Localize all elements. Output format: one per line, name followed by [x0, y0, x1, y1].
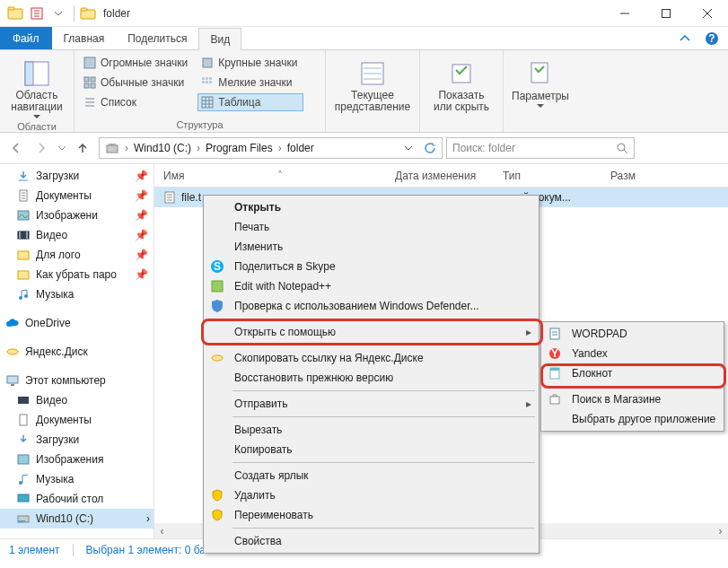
sidebar-item-downloads[interactable]: Загрузки📌	[0, 166, 153, 186]
pin-icon: 📌	[135, 229, 148, 241]
openwith-wordpad[interactable]: WORDPAD	[543, 324, 722, 344]
qat-properties-icon[interactable]	[27, 4, 47, 23]
tab-file[interactable]: Файл	[0, 27, 52, 49]
pin-icon: 📌	[135, 268, 148, 281]
tab-view[interactable]: Вид	[198, 28, 241, 50]
breadcrumb[interactable]: Wind10 (C:)	[130, 142, 195, 154]
svg-rect-46	[18, 520, 25, 522]
options-button[interactable]: Параметры	[509, 54, 572, 109]
svg-rect-5	[662, 9, 671, 17]
tab-share[interactable]: Поделиться	[116, 27, 198, 49]
openwith-notepad[interactable]: Блокнот	[543, 363, 722, 383]
pin-icon: 📌	[135, 189, 148, 202]
svg-rect-13	[91, 77, 95, 82]
openwith-choose[interactable]: Выбрать другое приложение	[543, 409, 722, 429]
ctx-defender[interactable]: Проверка с использованием Windows Defend…	[206, 296, 537, 316]
ctx-open[interactable]: Открыть	[206, 197, 537, 217]
addr-dropdown-icon[interactable]	[399, 138, 418, 158]
back-button[interactable]	[4, 136, 29, 160]
help-icon[interactable]: ?	[696, 27, 728, 49]
sidebar-item-documents[interactable]: Документы📌	[0, 186, 153, 205]
notepadpp-icon	[209, 278, 225, 294]
column-headers[interactable]: Имя˄ Дата изменения Тип Разм	[154, 164, 728, 188]
sidebar-pc-pictures[interactable]: Изображения	[0, 450, 153, 469]
ctx-print[interactable]: Печать	[206, 217, 537, 237]
svg-rect-14	[84, 83, 89, 88]
sidebar-yadisk[interactable]: Яндекс.Диск	[0, 342, 153, 362]
layout-small[interactable]: Мелкие значки	[197, 74, 303, 92]
nav-pane-button[interactable]: Область навигации	[5, 54, 68, 119]
ctx-edit[interactable]: Изменить	[206, 237, 537, 257]
svg-rect-10	[84, 57, 95, 68]
layout-huge[interactable]: Огромные значки	[80, 54, 194, 72]
sidebar-item-music[interactable]: Музыка	[0, 284, 153, 304]
sidebar-onedrive[interactable]: OneDrive	[0, 313, 153, 333]
current-view-button[interactable]: Текущее представление	[331, 54, 414, 113]
sidebar-pc-desktop[interactable]: Рабочий стол	[0, 489, 153, 509]
pin-icon: 📌	[135, 249, 148, 261]
ctx-npp[interactable]: Edit with Notepad++	[206, 276, 537, 296]
layout-list[interactable]: Список	[80, 93, 194, 111]
sidebar-pc-downloads[interactable]: Загрузки	[0, 430, 153, 450]
notepad-icon	[547, 365, 563, 381]
tab-home[interactable]: Главная	[52, 27, 117, 49]
openwith-yandex[interactable]: YYandex	[543, 344, 722, 363]
recent-dropdown[interactable]	[54, 136, 70, 160]
folder-app-icon	[5, 4, 25, 23]
sidebar-item-videos[interactable]: Видео📌	[0, 225, 153, 245]
ctx-sendto[interactable]: Отправить▸	[206, 394, 537, 414]
sidebar-pc-videos[interactable]: Видео	[0, 390, 153, 410]
breadcrumb[interactable]: Program Files	[202, 142, 276, 154]
sidebar-pc-documents[interactable]: Документы	[0, 410, 153, 430]
ribbon-collapse-icon[interactable]	[674, 27, 696, 49]
sidebar-drive-c[interactable]: Wind10 (C:)›	[0, 509, 153, 529]
layout-normal[interactable]: Обычные значки	[80, 74, 194, 92]
openwith-store[interactable]: Поиск в Магазине	[543, 389, 722, 409]
ctx-openwith[interactable]: Открыть с помощью▸	[206, 322, 537, 342]
maximize-button[interactable]	[645, 0, 687, 27]
svg-rect-57	[550, 397, 559, 404]
show-hide-button[interactable]: Показать или скрыть	[425, 54, 497, 113]
ctx-yalink[interactable]: Скопировать ссылку на Яндекс.Диске	[206, 348, 537, 368]
svg-rect-52	[550, 328, 559, 339]
breadcrumb[interactable]: folder	[284, 142, 318, 154]
svg-rect-24	[452, 65, 470, 83]
svg-point-51	[212, 355, 223, 361]
sidebar-thispc[interactable]: Этот компьютер	[0, 371, 153, 390]
ribbon-group-showhide: Показать или скрыть	[420, 50, 504, 132]
ctx-restore[interactable]: Восстановить прежнюю версию	[206, 368, 537, 388]
shield-icon	[209, 507, 225, 523]
ctx-props[interactable]: Свойства	[206, 531, 537, 551]
sidebar-item-logo[interactable]: Для лого📌	[0, 245, 153, 265]
ribbon-group-layout: Огромные значки Крупные значки Обычные з…	[75, 50, 326, 132]
group-layout-label: Структура	[80, 118, 320, 130]
ctx-delete[interactable]: Удалить	[206, 485, 537, 505]
sidebar-item-folder2[interactable]: Как убрать паро📌	[0, 265, 153, 284]
scroll-right-icon[interactable]: ›	[713, 523, 728, 538]
ctx-skype[interactable]: SПоделиться в Skype	[206, 257, 537, 276]
svg-point-36	[24, 294, 28, 298]
forward-button[interactable]	[29, 136, 54, 160]
ctx-shortcut[interactable]: Создать ярлык	[206, 466, 537, 485]
ribbon-group-currentview: Текущее представление	[326, 50, 420, 132]
ctx-copy[interactable]: Копировать	[206, 440, 537, 459]
ctx-rename[interactable]: Переименовать	[206, 505, 537, 525]
folder-icon	[80, 5, 96, 22]
search-box[interactable]: Поиск: folder	[446, 137, 635, 159]
layout-large[interactable]: Крупные значки	[197, 54, 303, 72]
sidebar-item-pictures[interactable]: Изображени📌	[0, 205, 153, 225]
layout-table[interactable]: Таблица	[197, 93, 303, 111]
scroll-left-icon[interactable]: ‹	[154, 523, 170, 538]
svg-rect-27	[109, 144, 116, 145]
yandex-icon: Y	[547, 345, 563, 362]
refresh-icon[interactable]	[420, 138, 440, 158]
ctx-cut[interactable]: Вырезать	[206, 420, 537, 440]
sidebar-pc-music[interactable]: Музыка	[0, 469, 153, 489]
address-bar[interactable]: › Wind10 (C:)› Program Files› folder	[99, 137, 443, 159]
up-button[interactable]	[70, 136, 95, 160]
minimize-button[interactable]	[604, 0, 645, 27]
qat-dropdown-icon[interactable]	[48, 4, 68, 23]
sidebar: Загрузки📌 Документы📌 Изображени📌 Видео📌 …	[0, 164, 154, 538]
close-button[interactable]	[687, 0, 728, 27]
svg-rect-44	[18, 494, 29, 502]
